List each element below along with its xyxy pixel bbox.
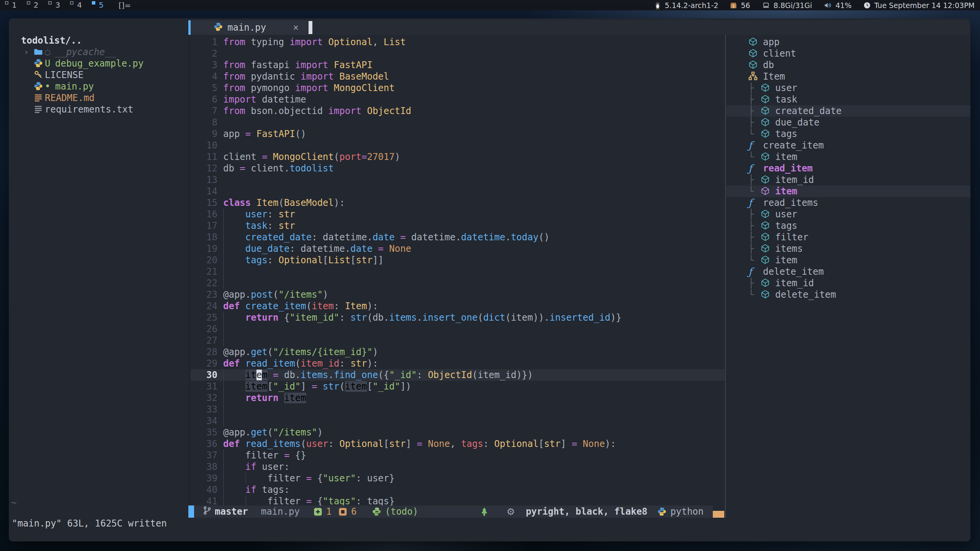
outline-item-user[interactable]: ├user bbox=[726, 209, 970, 220]
symbol-name: delete_item bbox=[775, 289, 836, 300]
outline-item-user[interactable]: ├user bbox=[726, 82, 970, 94]
tree-connector: ├ bbox=[748, 243, 761, 254]
line-number: 12 bbox=[191, 163, 217, 174]
line-number: 5 bbox=[191, 82, 217, 94]
tab-label: main.py bbox=[227, 22, 266, 33]
system-status: 5.14.2-arch1-2568.8Gi/31Gi41%Tue Septemb… bbox=[654, 1, 980, 10]
tree-connector: ├ bbox=[748, 82, 761, 94]
line-number: 11 bbox=[191, 151, 217, 163]
line-number: 25 bbox=[191, 312, 217, 323]
scroll-progress bbox=[713, 505, 724, 518]
line-number: 32 bbox=[191, 392, 217, 404]
line-number: 9 bbox=[191, 128, 217, 140]
file-tree-item-requirements-txt[interactable]: requirements.txt bbox=[9, 104, 188, 115]
file-name: main.py bbox=[55, 81, 94, 92]
line-number: 18 bbox=[191, 231, 217, 243]
symbols-outline: appclientdbItem├user├task├created_date├d… bbox=[726, 35, 970, 505]
line-number: 10 bbox=[191, 140, 217, 151]
indent-guide bbox=[223, 209, 224, 220]
file-tree-item-debug-example-py[interactable]: Udebug_example.py bbox=[9, 58, 188, 69]
outline-item-db[interactable]: db bbox=[726, 59, 970, 71]
code-editor[interactable]: 1from typing import Optional, List23from… bbox=[191, 35, 725, 505]
penguin-icon bbox=[654, 1, 662, 10]
file-explorer-root: todolist/.. bbox=[9, 35, 188, 46]
symbol-name: user bbox=[775, 82, 797, 94]
top-bar: 12345 []= 5.14.2-arch1-2568.8Gi/31Gi41%T… bbox=[0, 0, 980, 10]
git-changed-icon bbox=[338, 507, 347, 516]
indent-guide bbox=[223, 415, 224, 427]
file-tree-item-license[interactable]: LICENSE bbox=[9, 69, 188, 81]
indent-guide bbox=[223, 266, 224, 277]
git-status-badge: U bbox=[45, 58, 55, 69]
command-line-message: "main.py" 63L, 1625C written bbox=[12, 518, 167, 529]
git-changed-count: 6 bbox=[351, 506, 356, 517]
variable-cube-icon bbox=[761, 94, 775, 105]
outline-item-Item[interactable]: Item bbox=[726, 71, 970, 82]
outline-item-due_date[interactable]: ├due_date bbox=[726, 117, 970, 128]
code-line-4: 4from pydantic import BaseModel bbox=[191, 71, 725, 82]
indent-guide bbox=[223, 243, 224, 254]
file-tree-item--pycache-[interactable]: ›◌__pycache__ bbox=[9, 46, 188, 58]
outline-item-items[interactable]: ├items bbox=[726, 243, 970, 254]
variable-cube-icon bbox=[761, 117, 775, 128]
symbol-name: due_date bbox=[775, 117, 820, 128]
outline-item-delete_item[interactable]: └delete_item bbox=[726, 289, 970, 300]
outline-item-created_date[interactable]: ├created_date bbox=[726, 105, 970, 117]
line-number: 28 bbox=[191, 346, 217, 358]
tree-connector: ├ bbox=[748, 209, 761, 220]
indent-guide bbox=[223, 496, 224, 505]
symbol-name: read_items bbox=[763, 197, 818, 209]
outline-item-read_item[interactable]: ƒread_item bbox=[726, 163, 970, 174]
code-line-11: 11client = MongoClient(port=27017) bbox=[191, 151, 725, 163]
class-icon bbox=[748, 71, 763, 82]
outline-item-tags[interactable]: ├tags bbox=[726, 220, 970, 231]
close-icon[interactable]: × bbox=[293, 22, 299, 33]
tree-connector: ├ bbox=[748, 220, 761, 231]
status-speaker: 41% bbox=[823, 1, 851, 10]
outline-item-item[interactable]: └item bbox=[726, 151, 970, 163]
indent-guide bbox=[223, 381, 224, 392]
outline-item-app[interactable]: app bbox=[726, 36, 970, 48]
file-tree-item-main-py[interactable]: •main.py bbox=[9, 81, 188, 92]
code-line-13: 13 bbox=[191, 174, 725, 186]
symbol-name: app bbox=[763, 36, 779, 48]
laptop-icon bbox=[762, 2, 770, 9]
outline-item-tags[interactable]: └tags bbox=[726, 128, 970, 140]
indent-guide bbox=[223, 369, 224, 381]
tab-main-py[interactable]: main.py × bbox=[191, 20, 312, 35]
indent-guide bbox=[223, 404, 224, 415]
desktop: 12345 []= 5.14.2-arch1-2568.8Gi/31Gi41%T… bbox=[0, 0, 980, 551]
outline-item-item_id[interactable]: ├item_id bbox=[726, 277, 970, 289]
workspace-2[interactable]: 2 bbox=[22, 0, 44, 10]
line-number: 23 bbox=[191, 289, 217, 300]
variable-cube-icon bbox=[761, 128, 775, 140]
symbol-name: tags bbox=[775, 128, 797, 140]
line-number: 19 bbox=[191, 243, 217, 254]
symbol-name: user bbox=[775, 209, 797, 220]
variable-cube-icon bbox=[761, 151, 775, 163]
file-tree-item-readme-md[interactable]: README.md bbox=[9, 92, 188, 104]
workspace-5[interactable]: 5 bbox=[87, 0, 109, 10]
workspace-4[interactable]: 4 bbox=[65, 0, 87, 10]
code-line-32: 32 return item bbox=[191, 392, 725, 404]
tabline-cursor bbox=[309, 21, 312, 34]
line-number: 2 bbox=[191, 48, 217, 59]
outline-item-read_items[interactable]: ƒread_items bbox=[726, 197, 970, 209]
outline-item-filter[interactable]: ├filter bbox=[726, 231, 970, 243]
outline-item-item_id[interactable]: ├item_id bbox=[726, 174, 970, 186]
line-number: 37 bbox=[191, 450, 217, 461]
variable-cube-icon bbox=[761, 82, 775, 94]
git-branch: master bbox=[215, 506, 248, 517]
outline-item-delete_item[interactable]: ƒdelete_item bbox=[726, 266, 970, 277]
outline-item-item[interactable]: └item bbox=[726, 186, 970, 197]
workspace-3[interactable]: 3 bbox=[43, 0, 65, 10]
indent-guide bbox=[223, 323, 224, 335]
line-number: 17 bbox=[191, 220, 217, 231]
tree-connector: ├ bbox=[748, 117, 761, 128]
variable-cube-icon bbox=[748, 36, 763, 48]
outline-item-create_item[interactable]: ƒcreate_item bbox=[726, 140, 970, 151]
outline-item-item[interactable]: └item bbox=[726, 254, 970, 266]
outline-item-client[interactable]: client bbox=[726, 48, 970, 59]
outline-item-task[interactable]: ├task bbox=[726, 94, 970, 105]
workspace-1[interactable]: 1 bbox=[0, 0, 22, 10]
